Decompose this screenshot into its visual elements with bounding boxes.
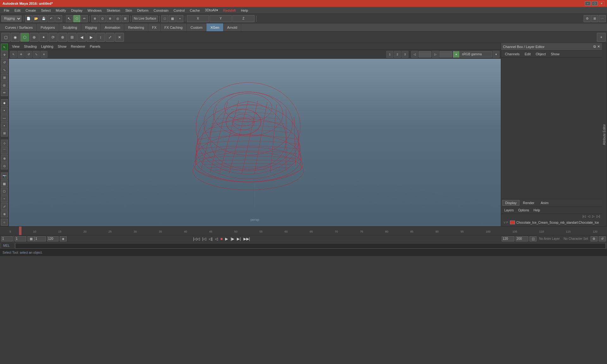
vp-display-wire[interactable]: 3 (402, 51, 408, 58)
minimize-button[interactable]: – (585, 1, 591, 6)
workspace-selector[interactable]: Rigging (1, 15, 21, 22)
snap-surface-btn[interactable]: ⊙ (1, 162, 8, 169)
char-set-options-btn[interactable]: ⚙ (591, 236, 598, 241)
tab-arnold[interactable]: Arnold (224, 23, 242, 31)
timeline-area[interactable]: 5 10 15 20 25 30 35 40 45 50 55 60 65 70… (0, 226, 607, 235)
tab-fx-caching[interactable]: FX Caching (161, 23, 187, 31)
tab-animation[interactable]: Animation (101, 23, 124, 31)
cb-sec-options[interactable]: Options (516, 208, 531, 212)
menu-modify[interactable]: Modify (53, 8, 68, 13)
input-field-y[interactable]: Y (210, 15, 232, 22)
playback-start-input[interactable] (502, 236, 514, 241)
blend-shape-btn[interactable]: ⤢ (1, 203, 8, 210)
vp-menu-panels[interactable]: Panels (88, 44, 102, 49)
cb-nav-first[interactable]: |◁ (582, 215, 587, 218)
uvset-btn[interactable]: ⊞ (1, 130, 8, 136)
select-mode-btn[interactable]: ↖ (1, 44, 8, 51)
cb-nav-next[interactable]: ▷ (592, 215, 595, 218)
vp-display-rough[interactable]: 2 (394, 51, 401, 58)
cmd-input[interactable] (15, 243, 606, 249)
paint-select-button[interactable]: ✏ (81, 15, 88, 22)
render-settings-button[interactable]: □ (161, 15, 168, 22)
shelf-select-icon[interactable]: ▢ (1, 33, 10, 42)
attribute-editor-tab[interactable]: Attribute Editor (602, 43, 607, 226)
menu-3dtoall[interactable]: 3DtoAll▾ (202, 8, 220, 13)
menu-help[interactable]: Help (238, 8, 251, 13)
menu-select[interactable]: Select (39, 8, 53, 13)
shelf-icon-last[interactable]: + (597, 33, 606, 42)
shelf-icon-9[interactable]: ◀ (77, 33, 86, 42)
vp-select-btn[interactable]: ↖ (10, 51, 17, 58)
paint-btn[interactable]: ✏ (1, 89, 8, 96)
menu-edit[interactable]: Edit (12, 8, 23, 13)
vp-color-circle[interactable]: ● (453, 51, 460, 58)
snap-button-4[interactable]: ◎ (114, 15, 121, 22)
cb-close-icon[interactable]: ✕ (597, 45, 600, 49)
vp-scale-btn[interactable]: ⤡ (33, 51, 40, 58)
grid-button[interactable]: ⊞ (591, 15, 598, 22)
stop-btn[interactable]: ■ (219, 237, 224, 241)
snap-button-3[interactable]: ⊗ (107, 15, 113, 22)
snap-button-2[interactable]: ⊙ (99, 15, 106, 22)
select-tool-button[interactable]: ↖ (66, 15, 73, 22)
vp-menu-renderer[interactable]: Renderer (69, 44, 87, 49)
shelf-icon-10[interactable]: ▶ (87, 33, 95, 42)
vp-exposure-minus[interactable]: ◁ (411, 51, 418, 58)
save-scene-button[interactable]: 💾 (40, 15, 47, 22)
menu-control[interactable]: Control (171, 8, 187, 13)
transform-btn[interactable]: ⊞ (1, 74, 8, 81)
shelf-icon-7[interactable]: ⊗ (58, 33, 67, 42)
rotate-btn[interactable]: ↺ (1, 59, 8, 66)
graph-editor-btn[interactable]: ~ (1, 195, 8, 202)
prev-keyframe-btn[interactable]: ◁| (208, 237, 213, 241)
menu-skeleton[interactable]: Skeleton (104, 8, 123, 13)
skip-to-start-btn[interactable]: |◁◁ (192, 237, 201, 241)
vp-menu-lighting[interactable]: Lighting (39, 44, 55, 49)
tab-curves-surfaces[interactable]: Curves / Surfaces (1, 23, 37, 31)
shelf-icon-5[interactable]: ✦ (39, 33, 48, 42)
range-start-input[interactable] (15, 236, 26, 241)
skip-to-end-btn[interactable]: ▶▶| (242, 237, 251, 241)
move-btn[interactable]: ✛ (1, 51, 8, 58)
next-keyframe-btn[interactable]: |▶ (230, 237, 235, 241)
viewport-canvas[interactable]: persp (9, 59, 501, 226)
vp-gamma-input[interactable]: 1.00 (439, 51, 452, 58)
shelf-icon-13[interactable]: ✕ (115, 33, 124, 42)
snap-grid-btn[interactable]: ⊹ (1, 140, 8, 147)
snap-button-1[interactable]: ⊕ (91, 15, 98, 22)
char-range-btn[interactable]: ◫ (530, 236, 536, 241)
vp-color-dropdown[interactable]: ▾ (493, 51, 500, 58)
char-set-btn[interactable]: ◈ (60, 236, 67, 241)
edge-mode-btn[interactable]: — (1, 114, 8, 121)
maximize-button[interactable]: □ (592, 1, 598, 6)
new-scene-button[interactable]: 📄 (25, 15, 32, 22)
shelf-icon-3[interactable]: ⬡ (20, 33, 29, 42)
cb-tab-anim[interactable]: Anim (538, 200, 551, 206)
frame-end-input[interactable] (47, 236, 58, 241)
scale-btn[interactable]: ⤡ (1, 66, 8, 73)
menu-redshift[interactable]: Redshift (221, 8, 238, 13)
current-frame-input[interactable] (1, 236, 13, 241)
tab-xgen[interactable]: XGen (206, 23, 223, 31)
vp-menu-view[interactable]: View (10, 44, 21, 49)
face-mode-btn[interactable]: ▪ (1, 122, 8, 129)
undo-button[interactable]: ↶ (48, 15, 55, 22)
playhead[interactable] (19, 227, 21, 235)
show-hide-btn[interactable]: ○ (1, 219, 8, 226)
channel-tab-object[interactable]: Object (533, 52, 548, 57)
extra-btn[interactable]: ⋯ (599, 15, 606, 22)
snap-button-5[interactable]: ⊞ (122, 15, 129, 22)
camera-tools-btn[interactable]: 📷 (1, 173, 8, 179)
tab-sculpting[interactable]: Sculpting (59, 23, 81, 31)
play-fwd-btn[interactable]: ▶ (224, 237, 229, 241)
lasso-select-button[interactable]: ⬡ (73, 15, 80, 22)
settings-button[interactable]: ⚙ (584, 15, 591, 22)
shelf-icon-2[interactable]: ◉ (11, 33, 20, 42)
vp-move-btn[interactable]: ✛ (18, 51, 25, 58)
vp-gamma-plus[interactable]: ▷ (432, 51, 439, 58)
menu-display[interactable]: Display (69, 8, 85, 13)
menu-create[interactable]: Create (23, 8, 39, 13)
render-btn-2[interactable]: ▦ (169, 15, 176, 22)
close-button[interactable]: ✕ (599, 1, 604, 6)
input-field-z[interactable]: Z (232, 15, 254, 22)
